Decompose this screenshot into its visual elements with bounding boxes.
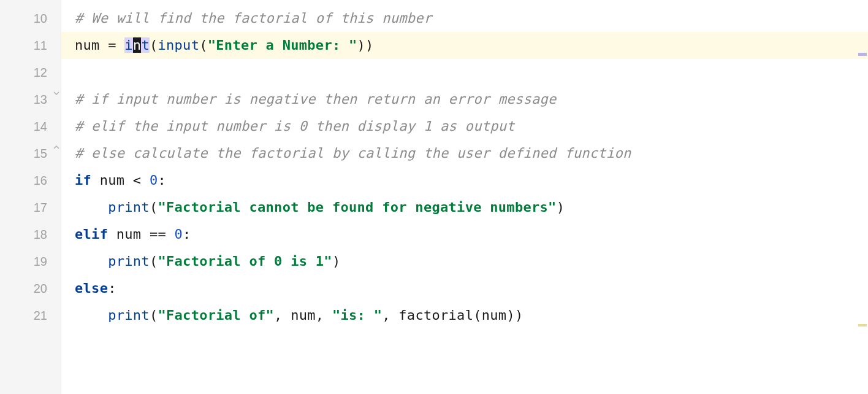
code-text: ( — [150, 253, 158, 269]
code-text: num < — [100, 172, 150, 188]
code-text — [75, 253, 108, 269]
line-number: 18 — [0, 221, 61, 248]
line-number: 21 — [0, 302, 61, 329]
string-literal: "is: " — [332, 307, 382, 323]
code-text: ( — [150, 37, 158, 53]
code-line[interactable]: print("Factorial of 0 is 1") — [75, 248, 868, 275]
code-line[interactable]: # We will find the factorial of this num… — [75, 5, 868, 32]
code-text: ( — [199, 37, 208, 53]
code-text: ) — [557, 199, 565, 215]
code-line[interactable]: print("Factorial cannot be found for neg… — [75, 194, 868, 221]
comment-text: # elif the input number is 0 then displa… — [75, 118, 515, 134]
comment-text: # We will find the factorial of this num… — [75, 10, 432, 26]
keyword-text: if — [75, 172, 100, 188]
code-text: print — [108, 199, 150, 215]
fold-collapse-icon[interactable] — [53, 90, 61, 98]
line-number: 10 — [0, 5, 61, 32]
code-text: ) — [332, 253, 341, 269]
line-number: 20 — [0, 275, 61, 302]
minimap-warning-marker[interactable] — [858, 324, 867, 326]
code-text — [75, 307, 108, 323]
comment-text: # else calculate the factorial by callin… — [75, 145, 631, 161]
line-number-gutter: 10 11 12 13 14 15 16 17 18 19 20 21 — [0, 0, 61, 394]
code-text: t — [141, 37, 150, 53]
number-literal: 0 — [150, 172, 158, 188]
string-literal: "Enter a Number: " — [208, 37, 357, 53]
code-line[interactable]: # elif the input number is 0 then displa… — [75, 113, 868, 140]
string-literal: "Factorial cannot be found for negative … — [158, 199, 556, 215]
string-literal: "Factorial of 0 is 1" — [158, 253, 332, 269]
line-number: 13 — [0, 86, 61, 113]
keyword-text: else — [75, 280, 108, 296]
code-text: num = — [75, 37, 124, 53]
line-number: 16 — [0, 167, 61, 194]
code-text: : — [183, 226, 191, 242]
minimap-marker[interactable] — [858, 53, 867, 56]
code-text: ( — [150, 307, 158, 323]
code-text: : — [108, 280, 116, 296]
fold-collapse-icon[interactable] — [53, 144, 61, 152]
line-number: 11 — [0, 32, 61, 59]
number-literal: 0 — [175, 226, 183, 242]
code-text: num == — [116, 226, 175, 242]
code-text: : — [158, 172, 166, 188]
code-text: ( — [150, 199, 158, 215]
code-line[interactable]: if num < 0: — [75, 167, 868, 194]
code-text: print — [108, 253, 150, 269]
code-line[interactable] — [75, 59, 868, 86]
code-editor[interactable]: # We will find the factorial of this num… — [61, 0, 868, 394]
cursor-position: n — [133, 37, 142, 53]
string-literal: "Factorial of" — [158, 307, 274, 323]
line-number: 12 — [0, 59, 61, 86]
code-line[interactable]: print("Factorial of", num, "is: ", facto… — [75, 302, 868, 329]
code-text: i — [124, 37, 133, 53]
line-number: 19 — [0, 248, 61, 275]
code-text: , factorial(num)) — [382, 307, 523, 323]
code-text — [75, 199, 108, 215]
code-text: print — [108, 307, 150, 323]
code-text: input — [158, 37, 199, 53]
code-line-active[interactable]: num = int(input("Enter a Number: ")) — [61, 32, 868, 59]
keyword-text: elif — [75, 226, 116, 242]
code-line[interactable]: else: — [75, 275, 868, 302]
code-text: , num, — [274, 307, 332, 323]
comment-text: # if input number is negative then retur… — [75, 91, 557, 107]
code-line[interactable]: # else calculate the factorial by callin… — [75, 140, 868, 167]
line-number: 15 — [0, 140, 61, 167]
line-number: 14 — [0, 113, 61, 140]
code-text: )) — [357, 37, 374, 53]
code-line[interactable]: elif num == 0: — [75, 221, 868, 248]
line-number: 17 — [0, 194, 61, 221]
code-line[interactable]: # if input number is negative then retur… — [75, 86, 868, 113]
